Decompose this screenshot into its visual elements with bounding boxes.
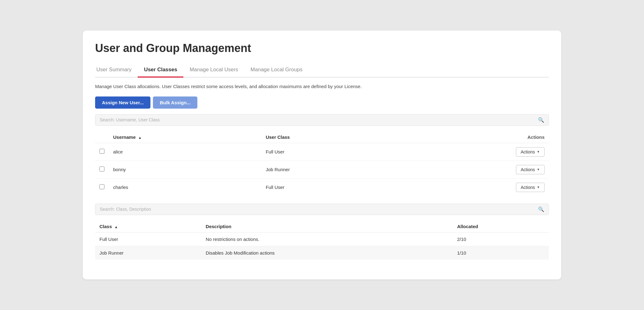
row-checkbox-3[interactable] (95, 178, 109, 196)
class-search-input[interactable] (100, 207, 538, 212)
tab-manage-local-users[interactable]: Manage Local Users (183, 63, 244, 78)
username-charles: charles (109, 178, 261, 196)
col-class[interactable]: Class ▲ (95, 221, 201, 232)
row-checkbox-2[interactable] (95, 161, 109, 178)
table-row: charles Full User Actions ▼ (95, 178, 549, 196)
col-user-class: User Class (261, 131, 396, 143)
tab-description: Manage User Class allocations. User Clas… (95, 83, 549, 90)
allocated-full-user: 2/10 (453, 232, 549, 246)
class-row: Full User No restrictions on actions. 2/… (95, 232, 549, 246)
allocated-job-runner: 1/10 (453, 246, 549, 260)
class-job-runner: Job Runner (95, 246, 201, 260)
row-checkbox-1[interactable] (95, 143, 109, 161)
actions-charles: Actions ▼ (396, 178, 549, 196)
checkbox-charles[interactable] (99, 184, 104, 189)
user-search-bar: 🔍 (95, 114, 549, 126)
classes-table: Class ▲ Description Allocated Full User … (95, 221, 549, 260)
caret-icon: ▼ (537, 150, 540, 153)
col-username[interactable]: Username ▲ (109, 131, 261, 143)
actions-button-bonny[interactable]: Actions ▼ (516, 165, 545, 174)
actions-alice: Actions ▼ (396, 143, 549, 161)
bulk-assign-button[interactable]: Bulk Assign... (153, 96, 197, 109)
tab-user-summary[interactable]: User Summary (95, 63, 138, 78)
col-actions: Actions (396, 131, 549, 143)
class-search-bar: 🔍 (95, 204, 549, 215)
main-card: User and Group Management User Summary U… (83, 31, 561, 279)
tab-user-classes[interactable]: User Classes (138, 63, 183, 78)
user-search-icon: 🔍 (538, 117, 544, 123)
tab-manage-local-groups[interactable]: Manage Local Groups (244, 63, 309, 78)
table-row: alice Full User Actions ▼ (95, 143, 549, 161)
users-table-section: Username ▲ User Class Actions alice Full… (95, 131, 549, 196)
tab-bar: User Summary User Classes Manage Local U… (95, 63, 549, 78)
username-alice: alice (109, 143, 261, 161)
class-sort-icon: ▲ (114, 225, 118, 229)
actions-button-charles[interactable]: Actions ▼ (516, 183, 545, 192)
user-class-alice: Full User (261, 143, 396, 161)
class-row: Job Runner Disables Job Modification act… (95, 246, 549, 260)
table-row: bonny Job Runner Actions ▼ (95, 161, 549, 178)
col-checkbox (95, 131, 109, 143)
class-full-user: Full User (95, 232, 201, 246)
caret-icon: ▼ (537, 186, 540, 189)
description-full-user: No restrictions on actions. (201, 232, 453, 246)
col-allocated: Allocated (453, 221, 549, 232)
classes-table-section: Class ▲ Description Allocated Full User … (95, 221, 549, 260)
actions-button-alice[interactable]: Actions ▼ (516, 147, 545, 157)
col-description: Description (201, 221, 453, 232)
assign-new-user-button[interactable]: Assign New User... (95, 96, 150, 109)
description-job-runner: Disables Job Modification actions (201, 246, 453, 260)
username-bonny: bonny (109, 161, 261, 178)
page-title: User and Group Management (95, 42, 549, 55)
class-search-icon: 🔍 (538, 206, 544, 212)
checkbox-bonny[interactable] (99, 167, 104, 171)
action-buttons: Assign New User... Bulk Assign... (95, 96, 549, 109)
user-search-input[interactable] (100, 117, 538, 122)
checkbox-alice[interactable] (99, 149, 104, 154)
user-class-bonny: Job Runner (261, 161, 396, 178)
username-sort-icon: ▲ (138, 136, 142, 139)
caret-icon: ▼ (537, 168, 540, 171)
user-class-charles: Full User (261, 178, 396, 196)
users-table: Username ▲ User Class Actions alice Full… (95, 131, 549, 196)
actions-bonny: Actions ▼ (396, 161, 549, 178)
